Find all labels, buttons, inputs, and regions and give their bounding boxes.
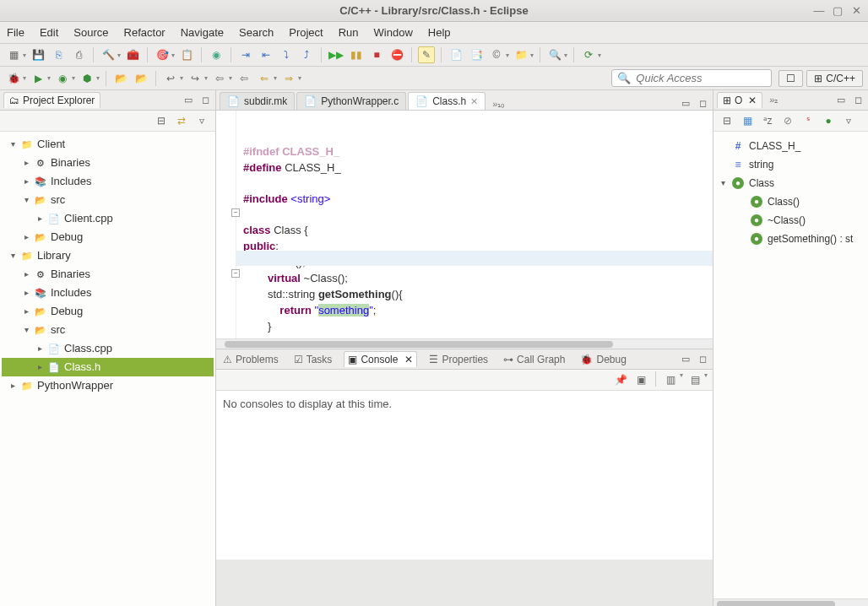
tree-item[interactable]: ▾📁Client	[2, 135, 214, 154]
twisty-icon[interactable]: ▾	[719, 174, 727, 192]
tool-icon[interactable]: 🧰	[124, 46, 141, 63]
dropdown-icon[interactable]: ▾	[117, 51, 121, 59]
menu-navigate[interactable]: Navigate	[181, 26, 224, 39]
menu-run[interactable]: Run	[339, 26, 359, 39]
new-file-icon[interactable]: 📑	[468, 46, 485, 63]
menu-search[interactable]: Search	[239, 26, 274, 39]
menu-source[interactable]: Source	[73, 26, 108, 39]
code-editor[interactable]: −−#ifndef CLASS_H_ #define CLASS_H_ #inc…	[216, 111, 713, 338]
tab-tasks[interactable]: ☑Tasks	[290, 352, 336, 367]
pin-icon[interactable]: 📌	[612, 371, 629, 388]
twisty-icon[interactable]: ▸	[8, 376, 17, 395]
tree-item[interactable]: ▸⚙Binaries	[2, 154, 214, 172]
outline-item[interactable]: #CLASS_H_	[719, 137, 863, 155]
resume-icon[interactable]: ▶▶	[328, 46, 344, 63]
menu-window[interactable]: Window	[374, 26, 413, 39]
outline-tab[interactable]: ⊞O✕	[717, 92, 762, 108]
close-icon[interactable]: ✕	[748, 95, 757, 106]
maximize-view-icon[interactable]: ◻	[198, 94, 212, 107]
tab-callgraph[interactable]: ⊶Call Graph	[500, 352, 568, 367]
fold-icon[interactable]: −	[231, 269, 240, 278]
step-icon[interactable]: ⇤	[258, 46, 274, 63]
minimize-view-icon[interactable]: ▭	[834, 94, 848, 107]
editor-tab-pythonwrapper[interactable]: 📄PythonWrapper.c	[296, 92, 406, 110]
new-class-icon[interactable]: ©	[488, 46, 505, 63]
editor-tab-subdir[interactable]: 📄subdir.mk	[220, 92, 295, 110]
twisty-icon[interactable]: ▾	[8, 135, 17, 154]
build-icon[interactable]: 🔨	[100, 46, 117, 63]
tab-properties[interactable]: ☰Properties	[426, 352, 491, 367]
quick-access[interactable]: 🔍	[611, 69, 772, 87]
twisty-icon[interactable]: ▾	[22, 191, 30, 209]
outline-item[interactable]: ▾●Class	[719, 174, 863, 192]
tree-item[interactable]: ▾📁Library	[2, 246, 214, 265]
tab-overflow[interactable]: »₁₀	[492, 99, 504, 110]
tab-problems[interactable]: ⚠Problems	[220, 352, 282, 367]
tab-debug[interactable]: 🐞Debug	[577, 352, 629, 367]
outline-item[interactable]: ●Class()	[719, 192, 863, 211]
back-icon[interactable]: ⇐	[256, 70, 273, 87]
twisty-icon[interactable]: ▸	[22, 265, 30, 284]
debug-bug-icon[interactable]: 🐞	[5, 70, 22, 87]
hide-s-icon[interactable]: ˢ	[800, 112, 816, 129]
open-console-icon[interactable]: ▥	[662, 371, 679, 388]
pause-icon[interactable]: ▮▮	[348, 46, 365, 63]
code-area[interactable]: −−#ifndef CLASS_H_ #define CLASS_H_ #inc…	[236, 111, 713, 338]
twisty-icon[interactable]: ▸	[22, 172, 30, 191]
minimize-view-icon[interactable]: ▭	[679, 96, 692, 110]
refresh-icon[interactable]: ⟳	[580, 46, 597, 63]
menu-icon[interactable]: ▿	[193, 112, 210, 129]
twisty-icon[interactable]: ▸	[22, 228, 30, 246]
tree-item[interactable]: ▸📂Debug	[2, 302, 214, 321]
menu-file[interactable]: File	[7, 26, 24, 39]
editor-tab-classh[interactable]: 📄Class.h✕	[408, 92, 486, 110]
dropdown-icon[interactable]: ▾	[171, 51, 175, 59]
new-folder-icon[interactable]: 📁	[513, 46, 529, 63]
step-icon[interactable]: ⤴	[298, 46, 315, 63]
fold-icon[interactable]: −	[231, 208, 240, 217]
tree-item[interactable]: ▸⚙Binaries	[2, 265, 214, 284]
step-icon[interactable]: ⤵	[278, 46, 295, 63]
sort-icon[interactable]: ⊟	[719, 112, 735, 129]
folder-icon[interactable]: 📂	[112, 70, 129, 87]
menu-project[interactable]: Project	[289, 26, 323, 39]
new-console-icon[interactable]: ▤	[686, 371, 703, 388]
outline-item[interactable]: ●~Class()	[719, 211, 863, 230]
close-icon[interactable]: ✕	[404, 354, 413, 365]
nav-icon[interactable]: ↪	[187, 70, 203, 87]
stop-icon[interactable]: ■	[368, 46, 385, 63]
open-type-icon[interactable]: ◉	[208, 46, 225, 63]
highlight-icon[interactable]: ✎	[418, 46, 435, 63]
hide-o-icon[interactable]: ●	[820, 112, 837, 129]
link-icon[interactable]: ⇄	[173, 112, 190, 129]
dropdown-icon[interactable]: ▾	[23, 51, 26, 59]
maximize-view-icon[interactable]: ◻	[851, 94, 865, 107]
twisty-icon[interactable]: ▸	[35, 358, 44, 376]
twisty-icon[interactable]: ▸	[22, 302, 30, 321]
run-icon[interactable]: ▶	[30, 70, 46, 87]
twisty-icon[interactable]: ▸	[35, 209, 44, 228]
twisty-icon[interactable]: ▸	[22, 154, 30, 172]
minimize-icon[interactable]: —	[812, 3, 826, 17]
menu-icon[interactable]: ▿	[840, 112, 857, 129]
target-icon[interactable]: 🎯	[154, 46, 171, 63]
maximize-view-icon[interactable]: ◻	[696, 353, 709, 366]
tab-console[interactable]: ▣Console✕	[344, 351, 417, 367]
close-tab-icon[interactable]: ✕	[470, 96, 478, 107]
minimize-view-icon[interactable]: ▭	[679, 353, 692, 366]
profile-icon[interactable]: ◉	[54, 70, 71, 87]
tree-item[interactable]: ▾📂src	[2, 321, 214, 339]
editor-scrollbar-h[interactable]	[216, 338, 713, 349]
dropdown-icon[interactable]: ▾	[506, 51, 509, 59]
perspective-cpp[interactable]: ⊞ C/C++	[806, 70, 863, 87]
display-icon[interactable]: ▣	[632, 371, 649, 388]
close-icon[interactable]: ✕	[849, 3, 863, 17]
tree-item[interactable]: ▸📂Debug	[2, 228, 214, 246]
nav-icon[interactable]: ↩	[162, 70, 179, 87]
collapse-icon[interactable]: ⊟	[153, 112, 170, 129]
quick-access-input[interactable]	[636, 72, 766, 84]
nav-icon[interactable]: ⇦	[236, 70, 252, 87]
minimize-view-icon[interactable]: ▭	[182, 94, 195, 107]
new-file-icon[interactable]: 📄	[448, 46, 464, 63]
tree-item[interactable]: ▸📄Client.cpp	[2, 209, 214, 228]
